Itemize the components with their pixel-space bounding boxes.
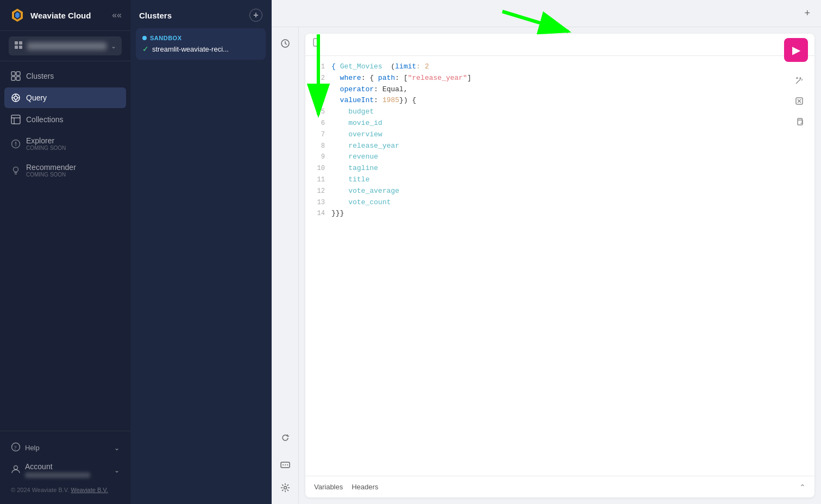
sidebar-item-label-query: Query bbox=[26, 93, 120, 102]
sandbox-cluster-item[interactable]: SANDBOX ✓ streamlit-weaviate-reci... bbox=[136, 28, 266, 60]
sidebar-item-query[interactable]: Query bbox=[4, 87, 126, 108]
account-email bbox=[25, 472, 90, 478]
editor-tools bbox=[791, 72, 808, 130]
logo-icon bbox=[9, 7, 26, 24]
refresh-button[interactable] bbox=[275, 428, 295, 448]
sidebar-item-label-collections: Collections bbox=[26, 115, 120, 124]
svg-rect-17 bbox=[11, 115, 20, 124]
svg-line-38 bbox=[801, 79, 803, 80]
collapse-button[interactable]: «« bbox=[112, 10, 122, 20]
svg-rect-4 bbox=[19, 41, 22, 45]
help-chevron-icon: ⌄ bbox=[114, 444, 120, 452]
svg-rect-5 bbox=[15, 46, 18, 49]
svg-rect-36 bbox=[317, 39, 319, 41]
cluster-chevron-icon: ⌄ bbox=[111, 42, 116, 50]
svg-rect-10 bbox=[16, 77, 20, 80]
svg-point-28 bbox=[14, 466, 18, 470]
code-line: 9 revenue bbox=[305, 152, 814, 163]
clusters-panel-header: Clusters + bbox=[130, 0, 271, 28]
compass-icon bbox=[11, 139, 21, 149]
code-line: 10 tagline bbox=[305, 163, 814, 174]
clear-button[interactable] bbox=[791, 92, 808, 110]
svg-rect-44 bbox=[798, 120, 803, 125]
top-bar: + bbox=[272, 0, 821, 27]
code-line: 6 movie_id bbox=[305, 118, 814, 129]
cluster-label-blurred bbox=[27, 42, 106, 50]
settings-button[interactable] bbox=[275, 478, 295, 497]
sidebar-item-label-recommender: Recommender COMING SOON bbox=[26, 163, 120, 178]
sidebar-item-collections[interactable]: Collections bbox=[4, 109, 126, 130]
svg-point-12 bbox=[14, 96, 17, 99]
app-container: Weaviate Cloud «« ⌄ bbox=[0, 0, 821, 504]
code-line: 11 title bbox=[305, 174, 814, 186]
logo-text: Weaviate Cloud bbox=[30, 11, 91, 20]
keyboard-shortcut-button[interactable] bbox=[275, 455, 295, 475]
grid-icon bbox=[11, 71, 21, 81]
svg-marker-22 bbox=[15, 144, 17, 147]
run-icon: ▶ bbox=[792, 43, 800, 56]
svg-rect-6 bbox=[19, 46, 22, 49]
svg-rect-8 bbox=[16, 72, 20, 75]
account-icon bbox=[11, 464, 21, 476]
account-label: Account bbox=[25, 462, 110, 471]
top-bar-add-button[interactable]: + bbox=[804, 8, 810, 19]
svg-rect-9 bbox=[11, 77, 15, 80]
account-chevron-icon: ⌄ bbox=[114, 467, 120, 474]
cluster-icon bbox=[14, 41, 23, 51]
sidebar-item-label-clusters: Clusters bbox=[26, 72, 120, 80]
sandbox-label: SANDBOX bbox=[150, 35, 182, 41]
svg-point-34 bbox=[284, 487, 286, 489]
code-line: 4 valueInt: 1985}) { bbox=[305, 95, 814, 106]
clusters-panel: Clusters + SANDBOX ✓ streamlit-weaviate-… bbox=[130, 0, 272, 504]
sidebar-footer: ? Help ⌄ Account ⌄ bbox=[0, 431, 130, 504]
svg-marker-21 bbox=[15, 141, 17, 144]
tools-panel bbox=[272, 27, 299, 504]
variables-tab[interactable]: Variables bbox=[314, 481, 343, 493]
sidebar-item-label-explorer: Explorer COMING SOON bbox=[26, 136, 120, 151]
code-content: 1{ Get_Movies (limit: 22 where: { path: … bbox=[305, 56, 814, 476]
headers-tab[interactable]: Headers bbox=[352, 481, 378, 493]
footer-expand-icon[interactable]: ⌃ bbox=[799, 483, 806, 492]
code-editor: ▶ bbox=[305, 34, 814, 497]
svg-point-23 bbox=[14, 167, 18, 172]
svg-rect-7 bbox=[11, 72, 15, 75]
sidebar-item-explorer[interactable]: Explorer COMING SOON bbox=[4, 131, 126, 156]
code-line: 8 release_year bbox=[305, 141, 814, 152]
editor-footer: Variables Headers ⌃ bbox=[305, 476, 814, 497]
magic-wand-button[interactable] bbox=[791, 72, 808, 89]
sandbox-dot bbox=[142, 36, 147, 40]
query-icon bbox=[11, 93, 21, 103]
copy-button[interactable] bbox=[791, 113, 808, 130]
svg-rect-3 bbox=[15, 41, 18, 45]
code-line: 2 where: { path: ["release_year"] bbox=[305, 73, 814, 84]
code-line: 7 overview bbox=[305, 129, 814, 141]
clusters-panel-title: Clusters bbox=[139, 11, 172, 20]
code-line: 1{ Get_Movies (limit: 2 bbox=[305, 61, 814, 73]
query-container: ▶ bbox=[272, 27, 821, 504]
run-button[interactable]: ▶ bbox=[784, 38, 808, 62]
sandbox-badge: SANDBOX bbox=[142, 35, 259, 41]
history-button[interactable] bbox=[275, 34, 295, 53]
bulb-icon bbox=[11, 166, 21, 175]
sidebar-header: Weaviate Cloud «« bbox=[0, 0, 130, 31]
cluster-name: ✓ streamlit-weaviate-reci... bbox=[142, 45, 259, 53]
help-link[interactable]: ? Help ⌄ bbox=[4, 438, 126, 458]
copyright: © 2024 Weaviate B.V. Weaviate B.V. bbox=[4, 482, 126, 497]
add-cluster-button[interactable]: + bbox=[249, 9, 262, 22]
logo: Weaviate Cloud bbox=[9, 7, 91, 24]
code-line: 3 operator: Equal, bbox=[305, 84, 814, 96]
table-icon bbox=[11, 115, 21, 124]
svg-text:?: ? bbox=[14, 444, 17, 451]
code-line: 14}}} bbox=[305, 208, 814, 219]
sidebar-item-clusters[interactable]: Clusters bbox=[4, 66, 126, 86]
company-link[interactable]: Weaviate B.V. bbox=[71, 487, 108, 493]
code-line: 12 vote_average bbox=[305, 186, 814, 197]
sidebar-item-recommender[interactable]: Recommender COMING SOON bbox=[4, 158, 126, 183]
svg-line-37 bbox=[796, 79, 800, 84]
check-icon: ✓ bbox=[142, 45, 149, 53]
sidebar-nav: Clusters Query bbox=[0, 61, 130, 431]
help-label: Help bbox=[25, 444, 40, 452]
sidebar: Weaviate Cloud «« ⌄ bbox=[0, 0, 130, 504]
cluster-selector[interactable]: ⌄ bbox=[0, 31, 130, 61]
account-link[interactable]: Account ⌄ bbox=[4, 458, 126, 482]
